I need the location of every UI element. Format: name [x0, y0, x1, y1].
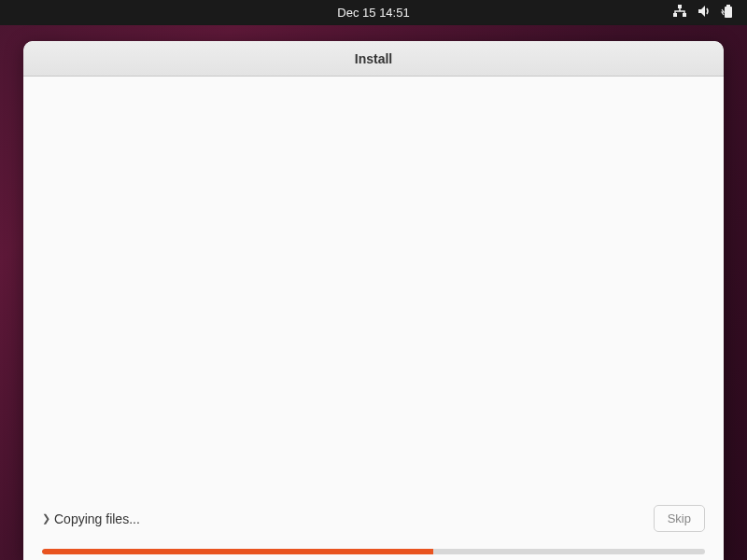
svg-rect-0 — [678, 5, 682, 8]
svg-rect-1 — [673, 13, 677, 17]
volume-icon[interactable] — [697, 4, 712, 21]
system-tray[interactable] — [672, 4, 738, 21]
network-icon[interactable] — [672, 4, 687, 21]
chevron-right-icon: ❯ — [42, 512, 50, 525]
status-row: ❯ Copying files... Skip — [42, 505, 705, 532]
status-text: Copying files... — [54, 511, 140, 526]
install-window: Install ❯ Copying files... Skip — [23, 41, 724, 560]
progress-bar — [42, 549, 705, 554]
status-expander[interactable]: ❯ Copying files... — [42, 511, 140, 526]
window-title: Install — [355, 51, 392, 66]
top-panel: Dec 15 14:51 — [0, 0, 747, 25]
svg-rect-3 — [725, 7, 732, 18]
svg-rect-4 — [726, 5, 730, 7]
svg-rect-2 — [683, 13, 686, 17]
clock[interactable]: Dec 15 14:51 — [337, 6, 409, 20]
window-titlebar[interactable]: Install — [23, 41, 724, 77]
battery-icon[interactable] — [721, 4, 738, 21]
skip-button[interactable]: Skip — [654, 505, 705, 532]
installer-content: ❯ Copying files... Skip — [23, 77, 724, 560]
progress-fill — [42, 549, 433, 554]
